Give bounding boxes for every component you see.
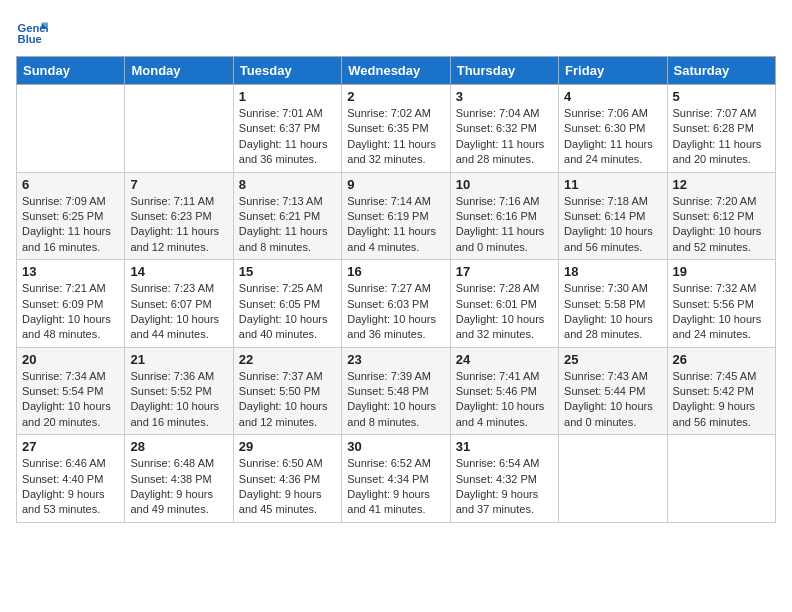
day-number: 20 [22,352,119,367]
day-number: 6 [22,177,119,192]
calendar-cell: 28Sunrise: 6:48 AM Sunset: 4:38 PM Dayli… [125,435,233,523]
calendar-cell: 21Sunrise: 7:36 AM Sunset: 5:52 PM Dayli… [125,347,233,435]
day-number: 23 [347,352,444,367]
cell-text: Sunrise: 7:41 AM Sunset: 5:46 PM Dayligh… [456,369,553,431]
cell-text: Sunrise: 6:50 AM Sunset: 4:36 PM Dayligh… [239,456,336,518]
day-number: 3 [456,89,553,104]
header-thursday: Thursday [450,57,558,85]
header-sunday: Sunday [17,57,125,85]
calendar-cell: 10Sunrise: 7:16 AM Sunset: 6:16 PM Dayli… [450,172,558,260]
cell-text: Sunrise: 7:14 AM Sunset: 6:19 PM Dayligh… [347,194,444,256]
cell-text: Sunrise: 7:23 AM Sunset: 6:07 PM Dayligh… [130,281,227,343]
calendar-cell: 13Sunrise: 7:21 AM Sunset: 6:09 PM Dayli… [17,260,125,348]
calendar-header-row: SundayMondayTuesdayWednesdayThursdayFrid… [17,57,776,85]
calendar-cell: 19Sunrise: 7:32 AM Sunset: 5:56 PM Dayli… [667,260,775,348]
header-wednesday: Wednesday [342,57,450,85]
calendar-cell: 31Sunrise: 6:54 AM Sunset: 4:32 PM Dayli… [450,435,558,523]
header-monday: Monday [125,57,233,85]
cell-text: Sunrise: 7:28 AM Sunset: 6:01 PM Dayligh… [456,281,553,343]
calendar-week-row: 6Sunrise: 7:09 AM Sunset: 6:25 PM Daylig… [17,172,776,260]
day-number: 29 [239,439,336,454]
logo: General Blue [16,16,52,48]
calendar-cell: 30Sunrise: 6:52 AM Sunset: 4:34 PM Dayli… [342,435,450,523]
calendar-cell: 11Sunrise: 7:18 AM Sunset: 6:14 PM Dayli… [559,172,667,260]
calendar-cell: 6Sunrise: 7:09 AM Sunset: 6:25 PM Daylig… [17,172,125,260]
day-number: 12 [673,177,770,192]
page-header: General Blue [16,16,776,48]
day-number: 2 [347,89,444,104]
calendar-cell: 18Sunrise: 7:30 AM Sunset: 5:58 PM Dayli… [559,260,667,348]
cell-text: Sunrise: 6:52 AM Sunset: 4:34 PM Dayligh… [347,456,444,518]
calendar-cell: 20Sunrise: 7:34 AM Sunset: 5:54 PM Dayli… [17,347,125,435]
cell-text: Sunrise: 7:21 AM Sunset: 6:09 PM Dayligh… [22,281,119,343]
cell-text: Sunrise: 7:36 AM Sunset: 5:52 PM Dayligh… [130,369,227,431]
cell-text: Sunrise: 6:46 AM Sunset: 4:40 PM Dayligh… [22,456,119,518]
calendar-cell [17,85,125,173]
calendar-cell: 3Sunrise: 7:04 AM Sunset: 6:32 PM Daylig… [450,85,558,173]
day-number: 11 [564,177,661,192]
header-saturday: Saturday [667,57,775,85]
day-number: 10 [456,177,553,192]
day-number: 26 [673,352,770,367]
day-number: 27 [22,439,119,454]
cell-text: Sunrise: 6:54 AM Sunset: 4:32 PM Dayligh… [456,456,553,518]
calendar-cell: 4Sunrise: 7:06 AM Sunset: 6:30 PM Daylig… [559,85,667,173]
cell-text: Sunrise: 7:39 AM Sunset: 5:48 PM Dayligh… [347,369,444,431]
calendar-table: SundayMondayTuesdayWednesdayThursdayFrid… [16,56,776,523]
cell-text: Sunrise: 7:06 AM Sunset: 6:30 PM Dayligh… [564,106,661,168]
day-number: 13 [22,264,119,279]
calendar-cell: 27Sunrise: 6:46 AM Sunset: 4:40 PM Dayli… [17,435,125,523]
day-number: 28 [130,439,227,454]
calendar-week-row: 1Sunrise: 7:01 AM Sunset: 6:37 PM Daylig… [17,85,776,173]
cell-text: Sunrise: 7:11 AM Sunset: 6:23 PM Dayligh… [130,194,227,256]
day-number: 19 [673,264,770,279]
cell-text: Sunrise: 7:34 AM Sunset: 5:54 PM Dayligh… [22,369,119,431]
calendar-cell: 7Sunrise: 7:11 AM Sunset: 6:23 PM Daylig… [125,172,233,260]
logo-icon: General Blue [16,16,48,48]
day-number: 1 [239,89,336,104]
cell-text: Sunrise: 7:32 AM Sunset: 5:56 PM Dayligh… [673,281,770,343]
day-number: 14 [130,264,227,279]
day-number: 9 [347,177,444,192]
header-friday: Friday [559,57,667,85]
cell-text: Sunrise: 7:16 AM Sunset: 6:16 PM Dayligh… [456,194,553,256]
day-number: 22 [239,352,336,367]
cell-text: Sunrise: 7:01 AM Sunset: 6:37 PM Dayligh… [239,106,336,168]
calendar-cell [559,435,667,523]
day-number: 8 [239,177,336,192]
cell-text: Sunrise: 6:48 AM Sunset: 4:38 PM Dayligh… [130,456,227,518]
cell-text: Sunrise: 7:25 AM Sunset: 6:05 PM Dayligh… [239,281,336,343]
cell-text: Sunrise: 7:07 AM Sunset: 6:28 PM Dayligh… [673,106,770,168]
calendar-cell: 23Sunrise: 7:39 AM Sunset: 5:48 PM Dayli… [342,347,450,435]
calendar-cell [667,435,775,523]
cell-text: Sunrise: 7:43 AM Sunset: 5:44 PM Dayligh… [564,369,661,431]
cell-text: Sunrise: 7:04 AM Sunset: 6:32 PM Dayligh… [456,106,553,168]
day-number: 5 [673,89,770,104]
calendar-week-row: 20Sunrise: 7:34 AM Sunset: 5:54 PM Dayli… [17,347,776,435]
calendar-cell: 25Sunrise: 7:43 AM Sunset: 5:44 PM Dayli… [559,347,667,435]
cell-text: Sunrise: 7:02 AM Sunset: 6:35 PM Dayligh… [347,106,444,168]
calendar-cell: 22Sunrise: 7:37 AM Sunset: 5:50 PM Dayli… [233,347,341,435]
day-number: 25 [564,352,661,367]
cell-text: Sunrise: 7:37 AM Sunset: 5:50 PM Dayligh… [239,369,336,431]
calendar-cell: 26Sunrise: 7:45 AM Sunset: 5:42 PM Dayli… [667,347,775,435]
day-number: 18 [564,264,661,279]
cell-text: Sunrise: 7:45 AM Sunset: 5:42 PM Dayligh… [673,369,770,431]
cell-text: Sunrise: 7:30 AM Sunset: 5:58 PM Dayligh… [564,281,661,343]
day-number: 7 [130,177,227,192]
day-number: 4 [564,89,661,104]
day-number: 17 [456,264,553,279]
calendar-cell: 9Sunrise: 7:14 AM Sunset: 6:19 PM Daylig… [342,172,450,260]
svg-text:Blue: Blue [18,33,42,45]
calendar-week-row: 27Sunrise: 6:46 AM Sunset: 4:40 PM Dayli… [17,435,776,523]
calendar-cell [125,85,233,173]
calendar-cell: 8Sunrise: 7:13 AM Sunset: 6:21 PM Daylig… [233,172,341,260]
calendar-cell: 12Sunrise: 7:20 AM Sunset: 6:12 PM Dayli… [667,172,775,260]
calendar-cell: 29Sunrise: 6:50 AM Sunset: 4:36 PM Dayli… [233,435,341,523]
calendar-cell: 1Sunrise: 7:01 AM Sunset: 6:37 PM Daylig… [233,85,341,173]
day-number: 16 [347,264,444,279]
calendar-cell: 14Sunrise: 7:23 AM Sunset: 6:07 PM Dayli… [125,260,233,348]
calendar-cell: 16Sunrise: 7:27 AM Sunset: 6:03 PM Dayli… [342,260,450,348]
day-number: 15 [239,264,336,279]
header-tuesday: Tuesday [233,57,341,85]
